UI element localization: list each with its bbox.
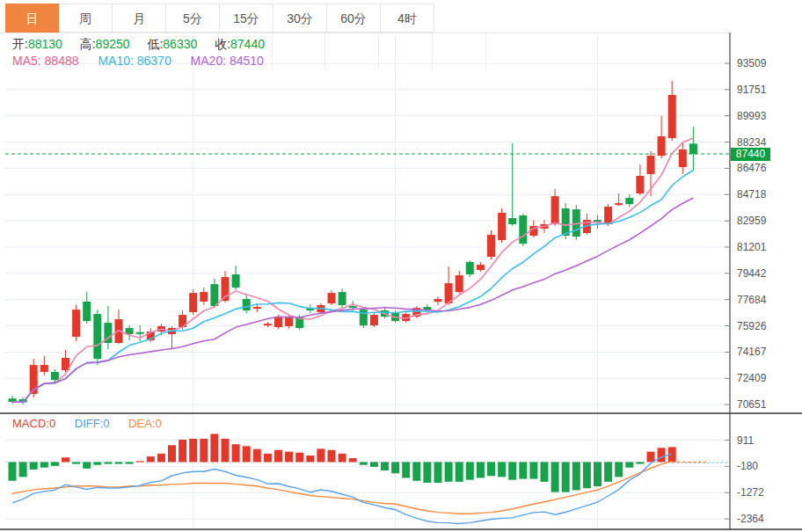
tab-30min[interactable]: 30分 xyxy=(273,4,327,33)
tab-week[interactable]: 周 xyxy=(59,4,113,33)
tab-day[interactable]: 日 xyxy=(5,4,59,33)
ma-legend: MA5: 88488 MA10: 86370 MA20: 84510 xyxy=(12,54,280,68)
close-label: 收: xyxy=(215,37,230,51)
macd-legend: MACD:0 DIFF:0 DEA:0 xyxy=(12,417,178,430)
svg-text:88234: 88234 xyxy=(737,136,767,149)
tab-month[interactable]: 月 xyxy=(113,4,166,33)
svg-text:79442: 79442 xyxy=(737,267,767,280)
low-label: 低: xyxy=(147,37,163,51)
svg-text:77684: 77684 xyxy=(737,294,767,306)
tab-15min[interactable]: 15分 xyxy=(220,4,273,33)
svg-text:-2364: -2364 xyxy=(737,513,764,525)
tab-60min[interactable]: 60分 xyxy=(327,4,381,33)
dea-value: DEA:0 xyxy=(128,417,162,430)
ohlc-close: 收:87440 xyxy=(215,37,265,51)
main-chart[interactable]: 9350991751899938823486476847188295981201… xyxy=(0,0,802,532)
header-grid-divider xyxy=(324,33,325,69)
svg-text:72409: 72409 xyxy=(737,372,767,384)
header-grid-divider xyxy=(378,33,379,69)
ohlc-high: 高:89250 xyxy=(80,37,130,51)
ma20-legend: MA20: 84510 xyxy=(191,54,264,68)
ohlc-open: 开:88130 xyxy=(12,37,62,51)
ma10-legend: MA10: 86370 xyxy=(98,54,171,68)
open-value: 88130 xyxy=(28,37,62,51)
high-label: 高: xyxy=(80,37,96,51)
open-label: 开: xyxy=(12,37,28,51)
header-grid-divider xyxy=(485,33,486,69)
app-window: 日 周 月 5分 15分 30分 60分 4时 开:88130 高:89250 … xyxy=(0,0,802,532)
svg-text:89993: 89993 xyxy=(737,110,767,122)
header-grid-divider xyxy=(432,33,433,69)
macd-value: MACD:0 xyxy=(12,417,55,430)
svg-text:84718: 84718 xyxy=(737,188,767,200)
tab-bar: 日 周 月 5分 15分 30分 60分 4时 xyxy=(5,4,434,33)
svg-text:-1272: -1272 xyxy=(737,486,764,499)
svg-text:81201: 81201 xyxy=(737,241,767,253)
svg-text:-180: -180 xyxy=(737,460,758,472)
ohlc-row: 开:88130 高:89250 低:86330 收:87440 xyxy=(12,37,279,53)
chart-canvas[interactable]: 9350991751899938823486476847188295981201… xyxy=(0,0,802,532)
svg-text:74167: 74167 xyxy=(737,346,767,358)
svg-text:93509: 93509 xyxy=(737,57,767,69)
diff-value: DIFF:0 xyxy=(75,417,110,430)
low-value: 86330 xyxy=(163,37,197,51)
current-price-badge: 87440 xyxy=(731,148,770,161)
svg-text:82959: 82959 xyxy=(737,215,767,227)
svg-text:75926: 75926 xyxy=(737,320,767,332)
tab-5min[interactable]: 5分 xyxy=(166,4,220,33)
svg-text:70651: 70651 xyxy=(737,398,767,411)
svg-text:91751: 91751 xyxy=(737,84,767,96)
tab-4hour[interactable]: 4时 xyxy=(381,4,434,33)
ma5-legend: MA5: 88488 xyxy=(12,54,79,68)
svg-text:911: 911 xyxy=(737,434,754,447)
high-value: 89250 xyxy=(96,37,130,51)
close-value: 87440 xyxy=(230,37,265,51)
ohlc-low: 低:86330 xyxy=(147,37,197,51)
svg-text:86476: 86476 xyxy=(737,162,767,174)
